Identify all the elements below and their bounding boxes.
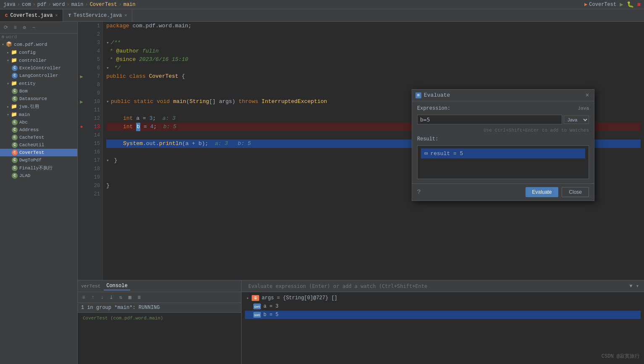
kw-int-12: int bbox=[123, 114, 133, 123]
fold-icon-6[interactable]: ▾ bbox=[106, 64, 109, 72]
top-bar-right: ▶ CoverTest ▶ 🐛 ■ bbox=[584, 1, 641, 8]
ln-5: 5 bbox=[88, 55, 100, 64]
toolbar-icon-7[interactable]: ≣ bbox=[136, 294, 142, 301]
dialog-footer: ? Evaluate Close bbox=[412, 183, 594, 200]
args-type-icon: ① bbox=[252, 295, 259, 301]
controller-folder-icon: 📁 bbox=[11, 57, 17, 63]
language-dropdown[interactable]: Java bbox=[564, 116, 589, 124]
debug-var-a[interactable]: int a = 3 bbox=[245, 302, 641, 311]
breadcrumb-covertest[interactable]: CoverTest bbox=[90, 2, 117, 8]
gutter-20 bbox=[78, 182, 85, 190]
collapse-icon[interactable]: ≡ bbox=[12, 24, 18, 31]
fold-icon-10[interactable]: ▾ bbox=[106, 98, 109, 106]
breadcrumb-word[interactable]: word bbox=[53, 2, 65, 8]
sidebar-item-config[interactable]: ▸ 📁 config bbox=[0, 48, 77, 56]
class-icon-address: C bbox=[12, 127, 18, 133]
ln-15: 15 bbox=[88, 140, 100, 148]
ln-10: 10 bbox=[88, 98, 100, 106]
comment-since-val: 2023/6/16 15:10 bbox=[136, 55, 188, 64]
sidebar-entity-label: entity bbox=[19, 81, 36, 86]
dialog-close-button[interactable]: × bbox=[584, 92, 591, 99]
settings-icon[interactable]: ⚙ bbox=[21, 24, 28, 31]
sidebar-item-langcontroller[interactable]: C LangController bbox=[0, 72, 77, 79]
console-tab[interactable]: Console bbox=[104, 282, 130, 290]
toolbar-icon-4[interactable]: ⤓ bbox=[108, 294, 115, 301]
class-icon-jlad: C bbox=[12, 173, 18, 179]
tab-testservice[interactable]: T TestService.java × bbox=[63, 10, 132, 21]
tab-close-testservice[interactable]: × bbox=[124, 13, 127, 18]
sidebar-item-jlad[interactable]: C JLAD bbox=[0, 172, 77, 179]
panel-toolbar: ≡ ↑ ↓ ⤓ ⇅ ▦ ≣ bbox=[78, 292, 241, 303]
class-icon-cachetest: C bbox=[12, 135, 18, 140]
filter-icon[interactable]: ▼ bbox=[628, 283, 634, 290]
run-gutter-icon-7[interactable]: ▶ bbox=[80, 74, 83, 80]
code-editor: ▶ ▶ ● bbox=[78, 22, 644, 280]
arrow-entity-icon: ▾ bbox=[7, 81, 9, 86]
var-hint-a3-2: a: 3 bbox=[215, 140, 238, 148]
sidebar-jvm-label: jvm.引用 bbox=[19, 103, 39, 110]
code-line-1: package com.pdf.word.main; bbox=[106, 22, 641, 30]
sidebar-item-datasource[interactable]: C Datasource bbox=[0, 95, 77, 103]
run-button[interactable]: ▶ bbox=[620, 1, 623, 8]
breadcrumb-pdf[interactable]: pdf bbox=[37, 2, 47, 8]
code-line-6: ▾ */ bbox=[106, 64, 641, 72]
tab-covertest[interactable]: C CoverTest.java × bbox=[0, 10, 63, 21]
sidebar-item-excelcontroller[interactable]: C ExcelController bbox=[0, 64, 77, 72]
evaluate-button[interactable]: Evaluate bbox=[526, 187, 559, 197]
sidebar-item-cacheutil[interactable]: C CacheUtil bbox=[0, 141, 77, 149]
sidebar-item-finally[interactable]: C Finally不执行 bbox=[0, 164, 77, 172]
sync-icon[interactable]: ⟳ bbox=[3, 24, 9, 31]
debug-var-b[interactable]: int b = 5 bbox=[245, 311, 641, 319]
debug-var-args[interactable]: ▸ ① args = {String[0]@727} [] bbox=[245, 294, 641, 302]
debug-stack-item[interactable]: CoverTest (com.pdf.word.main) bbox=[81, 314, 238, 322]
sidebar-item-dwgtopdf[interactable]: C DwgToPdf bbox=[0, 156, 77, 164]
args-label: args = {String[0]@727} [] bbox=[262, 295, 337, 301]
breakpoint-icon-13[interactable]: ● bbox=[80, 124, 83, 130]
sidebar-item-cachetest[interactable]: C CacheTest bbox=[0, 134, 77, 141]
stop-button[interactable]: ■ bbox=[637, 1, 641, 8]
vars-content: ▸ ① args = {String[0]@727} [] int a = 3 … bbox=[242, 292, 644, 364]
arrow-down-ctrl-icon: ▾ bbox=[7, 58, 9, 63]
sidebar-item-address[interactable]: C Address bbox=[0, 126, 77, 134]
breadcrumb-main[interactable]: main bbox=[71, 2, 84, 8]
filter-add-icon[interactable]: ▾ bbox=[634, 283, 641, 290]
jvm-folder-icon: 📁 bbox=[11, 103, 17, 110]
sidebar-item-package[interactable]: ▾ 📦 com.pdf.word bbox=[0, 40, 77, 48]
breadcrumb-method[interactable]: main bbox=[124, 2, 136, 8]
sidebar-item-jvm[interactable]: ▸ 📁 jvm.引用 bbox=[0, 103, 77, 111]
sidebar-item-entity[interactable]: ▾ 📁 entity bbox=[0, 79, 77, 87]
gutter-10[interactable]: ▶ bbox=[78, 98, 85, 106]
fold-icon-3[interactable]: ▾ bbox=[106, 39, 109, 47]
fold-icon-17[interactable]: ▾ bbox=[106, 156, 109, 165]
toolbar-icon-1[interactable]: ≡ bbox=[80, 294, 87, 301]
breadcrumb-java[interactable]: java bbox=[3, 2, 16, 8]
gutter-17 bbox=[78, 156, 85, 165]
close-button[interactable]: Close bbox=[562, 187, 589, 197]
minimize-icon[interactable]: − bbox=[30, 24, 37, 31]
sidebar-item-abc[interactable]: C Abc bbox=[0, 119, 77, 126]
breadcrumb-com[interactable]: com bbox=[22, 2, 31, 8]
package-icon: n bbox=[2, 35, 4, 40]
run-gutter-icon-10[interactable]: ▶ bbox=[80, 99, 83, 105]
expression-input[interactable] bbox=[417, 115, 562, 124]
sidebar-item-covertest[interactable]: C CoverTest bbox=[0, 149, 77, 156]
args-arrow: ▸ bbox=[247, 295, 249, 301]
ln-4: 4 bbox=[88, 47, 100, 55]
sidebar-item-controller[interactable]: ▾ 📁 controller bbox=[0, 56, 77, 64]
ln-6: 6 bbox=[88, 64, 100, 72]
debug-button[interactable]: 🐛 bbox=[627, 1, 634, 8]
gutter-7[interactable]: ▶ bbox=[78, 72, 85, 81]
gutter-6 bbox=[78, 64, 85, 72]
toolbar-icon-5[interactable]: ⇅ bbox=[117, 294, 124, 301]
eval-input[interactable] bbox=[245, 282, 628, 291]
sidebar-item-main[interactable]: ▾ 📁 main bbox=[0, 111, 77, 119]
stack-content: CoverTest (com.pdf.word.main) bbox=[78, 313, 241, 364]
toolbar-icon-2[interactable]: ↑ bbox=[89, 294, 96, 301]
ln-21: 21 bbox=[88, 190, 100, 198]
toolbar-icon-6[interactable]: ▦ bbox=[126, 294, 133, 301]
help-icon[interactable]: ? bbox=[417, 189, 421, 195]
sidebar-item-bom[interactable]: C Bom bbox=[0, 87, 77, 95]
main-folder-icon: 📁 bbox=[11, 111, 17, 118]
tab-close-covertest[interactable]: × bbox=[55, 13, 58, 18]
toolbar-icon-3[interactable]: ↓ bbox=[99, 294, 105, 301]
